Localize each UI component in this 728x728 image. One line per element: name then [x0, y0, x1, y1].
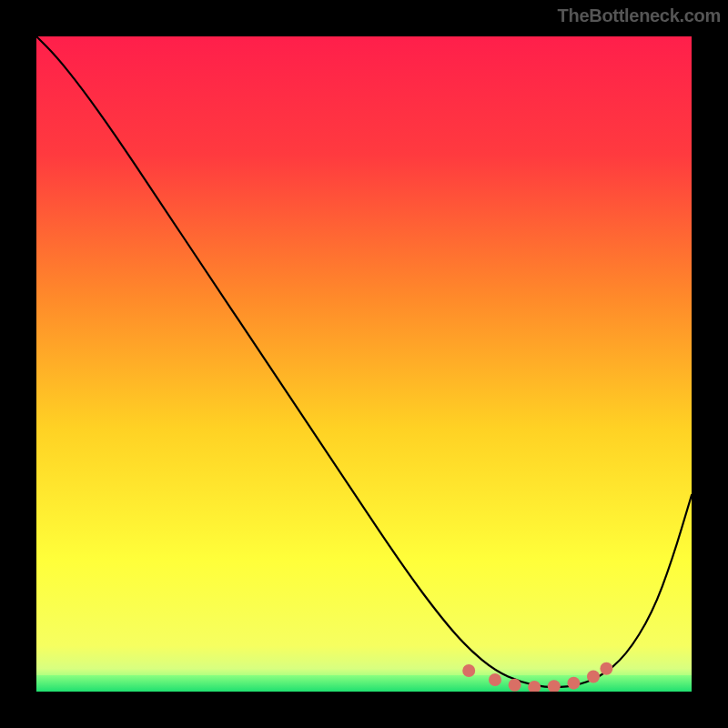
chart-svg — [36, 36, 692, 692]
valley-marker — [600, 662, 612, 675]
plot-area — [36, 36, 692, 692]
attribution-label: TheBottleneck.com — [558, 5, 721, 26]
gradient-background — [36, 36, 692, 692]
valley-marker — [587, 670, 600, 682]
chart-frame: TheBottleneck.com — [0, 0, 728, 728]
valley-marker — [489, 673, 501, 686]
valley-marker — [462, 664, 475, 677]
valley-marker — [567, 677, 580, 690]
valley-marker — [509, 679, 521, 692]
